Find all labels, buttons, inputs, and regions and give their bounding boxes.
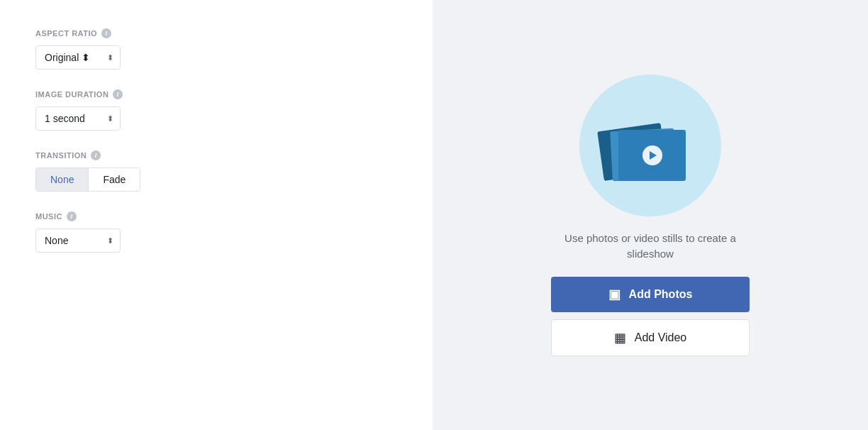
image-duration-select-wrapper: 1 second 2 seconds 3 seconds 4 seconds 5… — [35, 106, 121, 131]
transition-none-button[interactable]: None — [36, 168, 89, 191]
aspect-ratio-group: ASPECT RATIO i Original ⬍ Square Vertica… — [35, 28, 397, 70]
add-video-icon: ▦ — [614, 330, 626, 346]
aspect-ratio-select-wrapper: Original ⬍ Square Vertical — [35, 45, 121, 70]
transition-buttons: None Fade — [35, 167, 140, 192]
play-button-circle — [642, 145, 662, 165]
photo-card-main — [618, 130, 686, 181]
transition-label: TRANSITION i — [35, 150, 397, 160]
left-panel: ASPECT RATIO i Original ⬍ Square Vertica… — [0, 0, 433, 430]
music-group: MUSIC i None Custom — [35, 211, 397, 253]
aspect-ratio-info-icon[interactable]: i — [101, 28, 111, 38]
image-duration-group: IMAGE DURATION i 1 second 2 seconds 3 se… — [35, 89, 397, 131]
add-photos-label: Add Photos — [629, 288, 693, 301]
transition-info-icon[interactable]: i — [91, 150, 101, 160]
right-panel: Use photos or video stills to create a s… — [433, 0, 868, 430]
add-video-label: Add Video — [635, 331, 687, 344]
aspect-ratio-label: ASPECT RATIO i — [35, 28, 397, 38]
aspect-ratio-select[interactable]: Original ⬍ Square Vertical — [35, 45, 121, 70]
transition-group: TRANSITION i None Fade — [35, 150, 397, 192]
slideshow-description: Use photos or video stills to create a s… — [551, 231, 750, 263]
image-duration-info-icon[interactable]: i — [113, 89, 123, 99]
illustration-circle — [579, 75, 721, 216]
music-label: MUSIC i — [35, 211, 397, 221]
music-select[interactable]: None Custom — [35, 228, 121, 253]
add-photos-icon: ▣ — [608, 287, 621, 302]
cta-buttons: ▣ Add Photos ▦ Add Video — [551, 277, 750, 356]
add-photos-button[interactable]: ▣ Add Photos — [551, 277, 750, 312]
play-triangle-icon — [650, 151, 657, 160]
transition-fade-button[interactable]: Fade — [89, 168, 140, 191]
music-info-icon[interactable]: i — [67, 211, 77, 221]
slideshow-icon — [604, 110, 696, 181]
image-duration-select[interactable]: 1 second 2 seconds 3 seconds 4 seconds 5… — [35, 106, 121, 131]
add-video-button[interactable]: ▦ Add Video — [551, 319, 750, 356]
music-select-wrapper: None Custom — [35, 228, 121, 253]
image-duration-label: IMAGE DURATION i — [35, 89, 397, 99]
